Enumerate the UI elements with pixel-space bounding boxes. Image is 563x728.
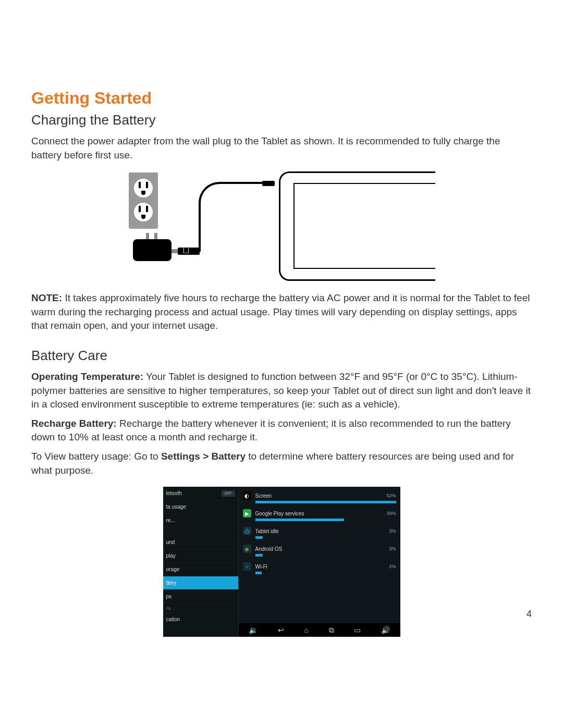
sidebar-item-apps[interactable]: ps [163, 590, 238, 603]
note-label: NOTE: [31, 292, 62, 303]
sidebar-label: und [166, 539, 175, 545]
page-number: 4 [527, 609, 532, 620]
usage-label: Android OS [255, 546, 385, 552]
micro-usb-icon [262, 181, 275, 186]
battery-usage-panel: ◐Screen52%▶Google Play services39%⏻Table… [239, 487, 400, 637]
nav-volume-down-icon[interactable]: 🔉 [249, 626, 258, 634]
usage-label: Screen [255, 493, 383, 499]
nav-volume-up-icon[interactable]: 🔊 [381, 626, 390, 634]
usage-percent: 3% [389, 546, 396, 551]
usage-bar [255, 536, 396, 539]
sidebar-label: cation [166, 616, 180, 622]
operating-temp-paragraph: Operating Temperature: Your Tablet is de… [31, 370, 532, 412]
sidebar-item-storage[interactable]: orage [163, 563, 238, 576]
power-adapter-icon [133, 239, 172, 261]
sidebar-label: ps [166, 594, 172, 599]
settings-sidebar: letooth OFF ta usage re... und play orag… [163, 487, 239, 637]
sidebar-item-data-usage[interactable]: ta usage [163, 500, 238, 514]
android-navbar: 🔉 ↩ ⌂ ⧉ ▭ 🔊 [239, 623, 400, 637]
usage-label: Wi-Fi [255, 564, 385, 570]
view-usage-pre: To View battery usage: Go to [31, 451, 161, 462]
view-usage-paragraph: To View battery usage: Go to Settings > … [31, 450, 532, 477]
subheading-charging: Charging the Battery [31, 112, 532, 128]
nav-screenshot-icon[interactable]: ⧉ [329, 626, 334, 635]
usage-bar [255, 572, 396, 574]
nav-back-icon[interactable]: ↩ [278, 626, 284, 634]
battery-usage-row[interactable]: ⏻Tablet idle3% [239, 524, 400, 536]
note-body: It takes approximately five hours to rec… [31, 292, 530, 331]
sidebar-item-more[interactable]: re... [163, 514, 238, 527]
charging-diagram: ⎥⎯⎮ [31, 171, 532, 281]
battery-settings-screenshot: letooth OFF ta usage re... und play orag… [163, 487, 400, 637]
usage-label: Google Play services [255, 511, 383, 516]
usb-symbol-icon: ⎥⎯⎮ [182, 248, 190, 253]
sidebar-label: ta usage [166, 504, 186, 510]
battery-usage-row[interactable]: ◐Screen52% [239, 489, 400, 501]
charging-paragraph: Connect the power adapter from the wall … [31, 134, 532, 162]
tablet-screen-icon [293, 183, 435, 269]
recharge-label: Recharge Battery: [31, 418, 117, 429]
sidebar-label: re... [166, 517, 175, 523]
usage-bar [255, 519, 396, 521]
usage-bar [255, 501, 396, 503]
app-icon: ⏻ [243, 527, 251, 535]
sidebar-label: ttery [166, 580, 176, 586]
note-paragraph: NOTE: It takes approximately five hours … [31, 291, 532, 333]
nav-recent-icon[interactable]: ▭ [354, 626, 361, 634]
sidebar-item-location[interactable]: cation [163, 613, 238, 626]
wall-outlet-icon [129, 172, 158, 229]
usage-percent: 3% [389, 528, 396, 534]
view-usage-path: Settings > Battery [161, 451, 246, 462]
sidebar-item-display[interactable]: play [163, 549, 238, 563]
battery-usage-row[interactable]: ✓Wi-Fi2% [239, 560, 400, 572]
usage-percent: 52% [386, 493, 396, 498]
sidebar-item-bluetooth[interactable]: letooth OFF [163, 487, 238, 500]
nav-home-icon[interactable]: ⌂ [304, 626, 308, 634]
sidebar-label: orage [166, 566, 180, 572]
battery-usage-row[interactable]: ▶Google Play services39% [239, 507, 400, 519]
app-icon: ▶ [243, 509, 251, 517]
usage-bar [255, 554, 396, 557]
usage-label: Tablet idle [255, 528, 385, 534]
subheading-battery-care: Battery Care [31, 348, 532, 364]
cable-icon [199, 182, 266, 252]
app-icon: ◉ [243, 545, 251, 553]
section-title: Getting Started [31, 89, 532, 108]
sidebar-header-personal: AL [163, 603, 238, 613]
app-icon: ✓ [243, 562, 251, 571]
sidebar-item-battery[interactable]: ttery [163, 576, 238, 590]
battery-usage-row[interactable]: ◉Android OS3% [239, 542, 400, 554]
app-icon: ◐ [243, 491, 251, 500]
sidebar-item-sound[interactable]: und [163, 536, 238, 549]
sidebar-label: letooth [166, 490, 182, 496]
usage-percent: 2% [389, 564, 396, 569]
usage-percent: 39% [386, 511, 396, 516]
operating-temp-label: Operating Temperature: [31, 371, 143, 382]
bluetooth-toggle[interactable]: OFF [222, 490, 235, 497]
recharge-paragraph: Recharge Battery: Recharge the battery w… [31, 417, 532, 445]
sidebar-label: play [166, 553, 176, 559]
